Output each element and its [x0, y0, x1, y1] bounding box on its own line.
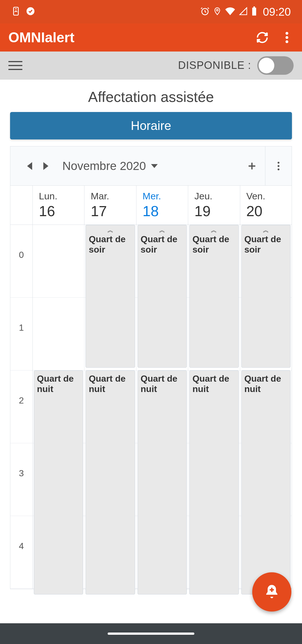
- svg-rect-5: [253, 6, 255, 8]
- location-icon: [213, 6, 221, 17]
- event-shift[interactable]: ︽ Quart de soir: [86, 225, 135, 368]
- menu-button[interactable]: [8, 59, 22, 73]
- status-time: 09:20: [263, 6, 291, 18]
- signal-icon: [239, 7, 248, 17]
- svg-rect-4: [252, 8, 256, 15]
- day-header[interactable]: Ven. 20: [240, 186, 292, 225]
- event-shift[interactable]: Quart de nuit: [138, 370, 187, 594]
- event-shift[interactable]: Quart de nuit: [241, 370, 291, 594]
- continues-above-icon: ︽: [141, 228, 184, 232]
- event-title: Quart de soir: [192, 234, 235, 255]
- day-column[interactable]: Quart de nuit: [33, 225, 84, 589]
- day-column[interactable]: ︽ Quart de soir Quart de nuit: [240, 225, 292, 589]
- continues-above-icon: ︽: [192, 228, 235, 232]
- day-number: 17: [91, 203, 136, 220]
- time-gutter-header: [10, 186, 33, 225]
- availability-toggle[interactable]: [257, 56, 294, 75]
- event-shift[interactable]: Quart de nuit: [86, 370, 135, 594]
- hour-label: 1: [19, 323, 24, 333]
- fab-add-alert[interactable]: [252, 572, 291, 612]
- svg-point-11: [278, 168, 280, 170]
- status-left-icons: [11, 6, 35, 17]
- refresh-icon: [256, 31, 269, 44]
- calendar-grid[interactable]: 0 1 2 3 4 Quart de nuit ︽ Quart de soir …: [10, 225, 292, 589]
- svg-rect-13: [270, 589, 274, 591]
- day-number: 16: [39, 203, 84, 220]
- app-bar: OMNIalert: [0, 24, 302, 52]
- tab-schedule[interactable]: Horaire: [10, 112, 292, 139]
- month-select[interactable]: Novembre 2020: [62, 159, 158, 173]
- svg-point-6: [286, 32, 288, 35]
- day-abbr: Ven.: [246, 191, 292, 202]
- bell-plus-icon: [263, 584, 280, 600]
- add-event-button[interactable]: [239, 146, 265, 185]
- status-bar: 09:20: [0, 0, 302, 24]
- day-abbr: Lun.: [39, 191, 84, 202]
- event-title: Quart de nuit: [37, 374, 80, 394]
- hamburger-icon: [8, 61, 22, 62]
- event-shift[interactable]: ︽ Quart de soir: [138, 225, 187, 368]
- check-circle-icon: [26, 6, 35, 17]
- system-nav-bar: [0, 623, 302, 644]
- event-title: Quart de nuit: [244, 374, 287, 394]
- next-month-button[interactable]: [43, 162, 48, 170]
- event-shift[interactable]: ︽ Quart de soir: [189, 225, 239, 368]
- event-title: Quart de soir: [89, 234, 132, 255]
- refresh-button[interactable]: [256, 31, 269, 44]
- continues-above-icon: ︽: [89, 228, 132, 232]
- plus-icon: [247, 161, 257, 171]
- day-column[interactable]: ︽ Quart de soir Quart de nuit: [188, 225, 240, 589]
- event-shift[interactable]: Quart de nuit: [189, 370, 239, 594]
- day-abbr: Jeu.: [194, 191, 240, 202]
- event-title: Quart de nuit: [141, 374, 184, 394]
- day-column[interactable]: ︽ Quart de soir Quart de nuit: [136, 225, 188, 589]
- calendar-overflow-button[interactable]: [265, 146, 292, 185]
- day-column[interactable]: ︽ Quart de soir Quart de nuit: [84, 225, 136, 589]
- app-bar-actions: [256, 31, 294, 44]
- svg-point-9: [278, 162, 280, 164]
- event-title: Quart de soir: [141, 234, 184, 255]
- status-right-icons: 09:20: [200, 6, 291, 18]
- day-header[interactable]: Mar. 17: [84, 186, 136, 225]
- calendar: Novembre 2020 Lun. 16 Mar. 17 Mer. 18 Je: [10, 146, 292, 589]
- day-header-row: Lun. 16 Mar. 17 Mer. 18 Jeu. 19 Ven. 20: [10, 186, 292, 225]
- day-number: 18: [143, 203, 188, 220]
- calendar-nav: [10, 162, 48, 170]
- calendar-toolbar: Novembre 2020: [10, 146, 292, 186]
- time-gutter: 0 1 2 3 4: [10, 225, 33, 589]
- day-abbr: Mer.: [143, 191, 188, 202]
- hour-label: 4: [19, 541, 24, 551]
- home-indicator[interactable]: [108, 633, 194, 635]
- phone-sync-icon: [11, 6, 21, 17]
- event-shift[interactable]: Quart de nuit: [34, 370, 83, 594]
- overflow-menu-button[interactable]: [280, 31, 294, 44]
- event-shift[interactable]: ︽ Quart de soir: [241, 225, 291, 368]
- day-number: 20: [246, 203, 292, 220]
- day-header-today[interactable]: Mer. 18: [136, 186, 188, 225]
- app-title: OMNIalert: [8, 29, 74, 46]
- hour-label: 3: [19, 468, 24, 479]
- alarm-icon: [200, 6, 210, 17]
- event-title: Quart de soir: [244, 234, 287, 255]
- event-title: Quart de nuit: [89, 374, 132, 394]
- availability-control: DISPONIBLE :: [178, 56, 294, 75]
- month-label: Novembre 2020: [62, 159, 146, 173]
- svg-point-10: [278, 165, 280, 167]
- day-abbr: Mar.: [91, 191, 136, 202]
- availability-label: DISPONIBLE :: [178, 59, 251, 71]
- secondary-toolbar: DISPONIBLE :: [0, 52, 302, 80]
- toggle-knob: [259, 58, 274, 73]
- svg-point-3: [216, 9, 218, 11]
- day-header[interactable]: Jeu. 19: [188, 186, 240, 225]
- day-header[interactable]: Lun. 16: [33, 186, 84, 225]
- more-vertical-icon: [277, 161, 280, 171]
- svg-point-7: [286, 36, 288, 39]
- battery-icon: [251, 6, 257, 17]
- prev-month-button[interactable]: [27, 162, 32, 170]
- chevron-down-icon: [151, 164, 158, 168]
- wifi-icon: [225, 7, 235, 17]
- continues-above-icon: ︽: [244, 228, 287, 232]
- hour-label: 2: [19, 395, 24, 406]
- event-title: Quart de nuit: [192, 374, 235, 394]
- calendar-toolbar-right: [239, 146, 292, 185]
